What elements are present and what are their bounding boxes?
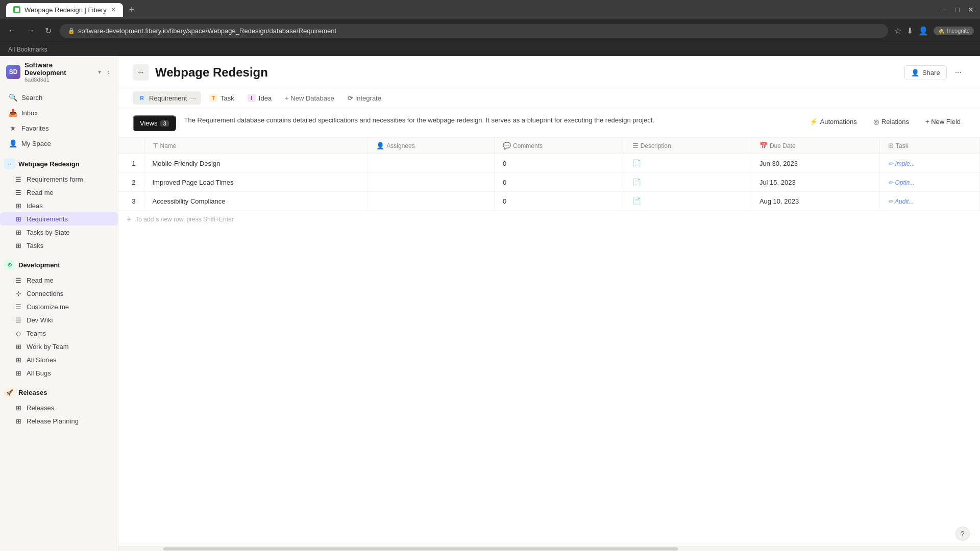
sidebar-item-teams[interactable]: ◇ Teams [0, 327, 118, 340]
read-me-dev-icon: ☰ [14, 276, 22, 284]
address-bar: ← → ↻ 🔒 software-development.fibery.io/f… [0, 19, 980, 42]
row-1-assignees[interactable] [368, 154, 495, 173]
development-section-icon: ⚙ [4, 259, 15, 270]
inbox-nav-item[interactable]: 📥 Inbox [4, 105, 114, 120]
sidebar-item-releases[interactable]: ⊞ Releases [0, 401, 118, 414]
row-3-assignees[interactable] [368, 192, 495, 211]
row-2-assignees[interactable] [368, 173, 495, 192]
star-icon[interactable]: ☆ [894, 26, 901, 36]
url-bar[interactable]: 🔒 software-development.fibery.io/fibery/… [60, 24, 888, 38]
my-space-nav-item[interactable]: 👤 My Space [4, 136, 114, 151]
requirements-icon: ⊞ [14, 215, 22, 223]
row-1-description[interactable]: 📄 [624, 154, 751, 173]
row-1-comments: 0 [494, 154, 624, 173]
releases-icon: ⊞ [14, 404, 22, 412]
tab-requirement[interactable]: R Requirement ··· [133, 91, 201, 105]
add-database-button[interactable]: + New Database [280, 92, 339, 105]
webpage-redesign-section-icon: ↔ [4, 158, 15, 169]
sidebar-item-work-by-team[interactable]: ⊞ Work by Team [0, 340, 118, 353]
workspace-header[interactable]: SD Software Development 6ad8d3d1 ▾ ‹ [0, 56, 118, 88]
relations-button[interactable]: ◎ Relations [868, 115, 914, 128]
collapse-sidebar-button[interactable]: ‹ [105, 66, 112, 78]
new-field-button[interactable]: + New Field [920, 115, 966, 128]
sidebar-item-read-me-wr[interactable]: ☰ Read me [0, 186, 118, 199]
profile-icon[interactable]: 👤 [918, 26, 928, 36]
requirement-tab-dots[interactable]: ··· [190, 94, 196, 102]
browser-tab[interactable]: Webpage Redesign | Fibery ✕ [6, 3, 123, 17]
sidebar-item-all-bugs[interactable]: ⊞ All Bugs [0, 366, 118, 380]
sidebar-item-tasks[interactable]: ⊞ Tasks [0, 239, 118, 252]
webpage-redesign-section-header[interactable]: ↔ Webpage Redesign [0, 155, 118, 172]
search-nav-item[interactable]: 🔍 Search [4, 90, 114, 105]
new-tab-button[interactable]: + [129, 5, 135, 15]
views-label: Views [140, 119, 157, 127]
maximize-button[interactable]: □ [955, 6, 960, 14]
add-row-area[interactable]: + To add a new row, press Shift+Enter [118, 211, 980, 228]
window-controls: ─ □ ✕ [942, 6, 974, 14]
sidebar-item-read-me-dev[interactable]: ☰ Read me [0, 273, 118, 287]
row-1-task[interactable]: ✏ Imple... [880, 154, 980, 173]
field-actions: ⚡ Automations ◎ Relations + New Field [804, 115, 966, 128]
row-1-name[interactable]: Mobile-Friendly Design [144, 154, 368, 173]
work-by-team-icon: ⊞ [14, 342, 22, 350]
help-button[interactable]: ? [955, 527, 970, 541]
tab-title: Webpage Redesign | Fibery [24, 6, 107, 14]
th-comments: 💬Comments [494, 138, 624, 154]
sidebar-item-requirements[interactable]: ⊞ Requirements [0, 212, 118, 226]
sidebar-item-tasks-by-state[interactable]: ⊞ Tasks by State [0, 226, 118, 239]
sidebar: SD Software Development 6ad8d3d1 ▾ ‹ 🔍 S… [0, 56, 118, 551]
tab-favicon [13, 6, 20, 13]
row-2-name[interactable]: Improved Page Load Times [144, 173, 368, 192]
integrate-button[interactable]: ⟳ Integrate [342, 92, 386, 105]
sidebar-item-ideas[interactable]: ⊞ Ideas [0, 199, 118, 212]
row-3-task[interactable]: ✏ Audit... [880, 192, 980, 211]
views-button[interactable]: Views 3 [133, 115, 176, 131]
close-button[interactable]: ✕ [968, 6, 974, 14]
horizontal-scrollbar[interactable] [118, 546, 980, 551]
row-3-name[interactable]: Accessibility Compliance [144, 192, 368, 211]
back-button[interactable]: ← [6, 24, 18, 37]
teams-label: Teams [27, 330, 46, 337]
automations-button[interactable]: ⚡ Automations [804, 115, 862, 128]
scroll-thumb[interactable] [163, 547, 678, 550]
read-me-wr-label: Read me [27, 189, 54, 196]
sidebar-item-requirements-form[interactable]: ☰ Requirements form [0, 172, 118, 186]
sidebar-item-connections[interactable]: ⊹ Connections [0, 287, 118, 300]
tasks-label: Tasks [27, 242, 43, 249]
sidebar-item-all-stories[interactable]: ⊞ All Stories [0, 353, 118, 366]
share-button[interactable]: 👤 Share [904, 65, 947, 80]
row-2-task[interactable]: ✏ Optin... [880, 173, 980, 192]
minimize-button[interactable]: ─ [942, 6, 947, 14]
row-2-description[interactable]: 📄 [624, 173, 751, 192]
sidebar-item-dev-wiki[interactable]: ☰ Dev Wiki [0, 313, 118, 327]
download-icon[interactable]: ⬇ [906, 26, 913, 36]
refresh-button[interactable]: ↻ [43, 24, 54, 38]
forward-button[interactable]: → [24, 24, 37, 37]
releases-label: Releases [18, 389, 47, 396]
url-text: software-development.fibery.io/fibery/sp… [78, 27, 336, 35]
tab-close-button[interactable]: ✕ [111, 6, 116, 13]
release-planning-label: Release Planning [27, 417, 79, 425]
sidebar-section-webpage-redesign: ↔ Webpage Redesign ☰ Requirements form ☰… [0, 155, 118, 252]
development-section-header[interactable]: ⚙ Development [0, 256, 118, 273]
tab-task[interactable]: T Task [204, 91, 239, 105]
search-icon: 🔍 [8, 93, 17, 102]
row-3-description[interactable]: 📄 [624, 192, 751, 211]
favorites-nav-item[interactable]: ★ Favorites [4, 120, 114, 136]
sidebar-item-customize-me[interactable]: ☰ Customize.me [0, 300, 118, 313]
more-options-button[interactable]: ··· [951, 65, 966, 80]
dev-wiki-label: Dev Wiki [27, 316, 53, 324]
requirements-table: ⊤Name 👤Assignees 💬Comments ☰Description … [118, 138, 980, 211]
sidebar-item-release-planning[interactable]: ⊞ Release Planning [0, 414, 118, 428]
favorites-label: Favorites [21, 124, 48, 132]
browser-chrome: Webpage Redesign | Fibery ✕ + ─ □ ✕ [0, 0, 980, 19]
my-space-label: My Space [21, 140, 51, 147]
customize-me-icon: ☰ [14, 303, 22, 311]
tab-idea[interactable]: I Idea [242, 91, 277, 105]
row-num-3: 3 [118, 192, 144, 211]
app: SD Software Development 6ad8d3d1 ▾ ‹ 🔍 S… [0, 56, 980, 551]
releases-section-header[interactable]: 🚀 Releases [0, 384, 118, 401]
row-num-2: 2 [118, 173, 144, 192]
workspace-info: Software Development 6ad8d3d1 [24, 61, 94, 83]
ideas-label: Ideas [27, 202, 43, 210]
